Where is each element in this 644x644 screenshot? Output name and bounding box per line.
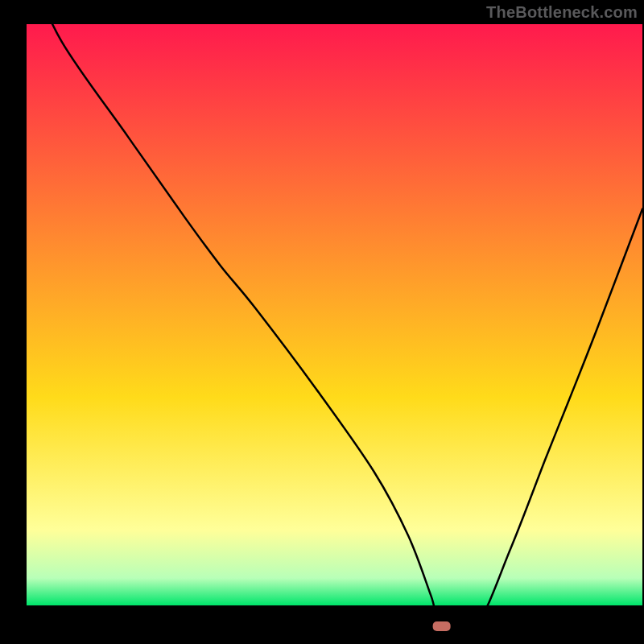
min-marker — [433, 621, 451, 631]
chart-canvas — [0, 0, 644, 644]
plot-background — [27, 24, 642, 626]
watermark-text: TheBottleneck.com — [486, 3, 638, 22]
